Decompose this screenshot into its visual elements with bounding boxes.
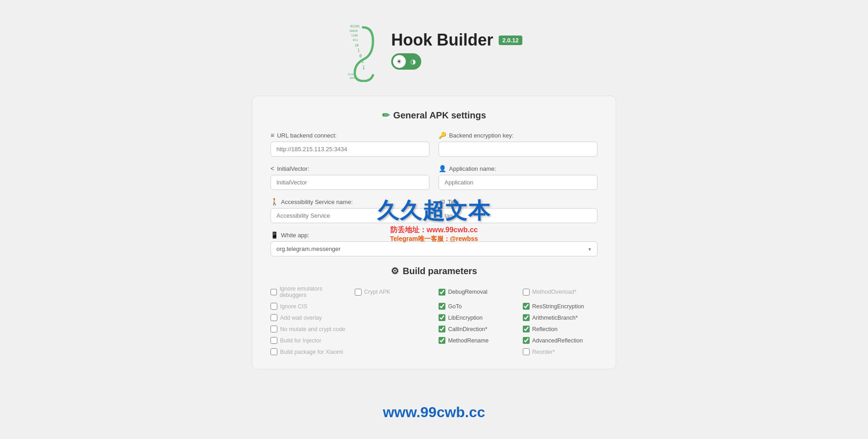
url-label: ≡ URL backend connect:	[271, 132, 429, 139]
checkbox-method-rename[interactable]: MethodRename	[439, 337, 514, 344]
checkbox-input-no-mutate[interactable]	[271, 326, 277, 332]
title-area: Hook Builder 2.0.12 ☀ ◑	[391, 31, 522, 70]
checkbox-arithmetic-branch[interactable]: ArithmeticBranch*	[523, 314, 598, 321]
checkbox-debug-removal[interactable]: DebugRemoval	[439, 286, 514, 298]
checkbox-input-advanced-reflection[interactable]	[523, 337, 530, 344]
accessibility-icon: 🚶	[271, 198, 278, 205]
url-encryption-row: ≡ URL backend connect: 🔑 Backend encrypt…	[271, 132, 597, 157]
white-app-group: 📱 White app: org.telegram.messenger	[271, 231, 597, 256]
url-icon: ≡	[271, 132, 274, 139]
checkbox-label-build-xiaomi: Build package for Xiaomi	[280, 349, 343, 355]
checkbox-crypt-apk[interactable]: Crypt APK	[355, 286, 430, 298]
accessibility-group: 🚶 Accessibility Service name:	[271, 198, 429, 223]
svg-text:10: 10	[355, 44, 358, 47]
checkbox-label-build-injector: Build for Injector	[280, 337, 321, 344]
white-app-label: 📱 White app:	[271, 231, 597, 239]
checkbox-label-lib-encryption: LibEncryption	[448, 315, 483, 321]
pencil-icon: ✏	[382, 110, 390, 121]
svg-text:1: 1	[357, 49, 360, 53]
accessibility-input[interactable]	[271, 208, 429, 223]
checkbox-advanced-reflection[interactable]: AdvancedReflection	[523, 337, 598, 344]
checkbox-res-string[interactable]: ResStringEncryption	[523, 303, 598, 310]
checkbox-input-reflection[interactable]	[523, 326, 530, 332]
checkbox-ignore-cis[interactable]: Ignore CIS	[271, 303, 346, 310]
theme-toggle[interactable]: ☀ ◑	[391, 53, 421, 70]
white-app-select[interactable]: org.telegram.messenger	[271, 241, 597, 256]
tag-label: 🏷 Tag:	[439, 198, 597, 205]
header: 01101 10010 1100 011 10 1 0 1 1 0110 100…	[346, 0, 522, 91]
checkbox-label-crypt-apk: Crypt APK	[364, 289, 391, 295]
checkbox-input-reorder[interactable]	[523, 348, 530, 355]
accessibility-label: 🚶 Accessibility Service name:	[271, 198, 429, 205]
checkbox-label-no-mutate: No mutate and crypt code	[280, 326, 345, 332]
checkbox-input-ignore-cis[interactable]	[271, 303, 277, 310]
iv-icon: <	[271, 165, 274, 172]
checkbox-input-build-xiaomi[interactable]	[271, 348, 277, 355]
appname-group: 👤 Application name:	[439, 165, 597, 190]
encryption-label: 🔑 Backend encryption key:	[439, 132, 597, 139]
checkbox-goto[interactable]: GoTo	[439, 303, 514, 310]
appname-label: 👤 Application name:	[439, 165, 597, 172]
checkbox-no-mutate[interactable]: No mutate and crypt code	[271, 326, 346, 332]
svg-text:0110: 0110	[348, 73, 353, 76]
white-app-icon: 📱	[271, 231, 278, 239]
checkbox-label-ignore-emulators: Ignore emulators debuggers	[280, 286, 346, 298]
hook-logo: 01101 10010 1100 011 10 1 0 1 1 0110 100…	[346, 18, 382, 82]
app-title: Hook Builder 2.0.12	[391, 31, 522, 50]
checkbox-input-res-string[interactable]	[523, 303, 530, 310]
svg-text:1001: 1001	[349, 77, 355, 79]
checkbox-input-goto[interactable]	[439, 303, 445, 310]
checkbox-input-arithmetic-branch[interactable]	[523, 314, 530, 321]
light-theme-button[interactable]: ☀	[393, 55, 406, 68]
main-card: ✏ General APK settings ≡ URL backend con…	[252, 96, 616, 369]
checkbox-ignore-emulators[interactable]: Ignore emulators debuggers	[271, 286, 346, 298]
checkbox-add-wait[interactable]: Add wait overlay	[271, 314, 346, 321]
checkbox-label-res-string: ResStringEncryption	[532, 303, 584, 310]
checkbox-reorder[interactable]: Reorder*	[523, 348, 598, 355]
checkbox-input-add-wait[interactable]	[271, 314, 277, 321]
url-input[interactable]	[271, 142, 429, 157]
tag-group: 🏷 Tag:	[439, 198, 597, 223]
dark-theme-button[interactable]: ◑	[407, 55, 419, 68]
checkbox-label-reorder: Reorder*	[532, 349, 555, 355]
encryption-input[interactable]	[439, 142, 597, 157]
checkbox-input-ignore-emulators[interactable]	[271, 289, 277, 296]
svg-text:1: 1	[362, 65, 365, 71]
app-name-input[interactable]	[439, 175, 597, 190]
checkbox-input-crypt-apk[interactable]	[355, 289, 362, 296]
encryption-group: 🔑 Backend encryption key:	[439, 132, 597, 157]
checkboxes-grid: Ignore emulators debuggers Crypt APK Deb…	[271, 286, 597, 355]
svg-text:011: 011	[353, 38, 358, 41]
url-group: ≡ URL backend connect:	[271, 132, 429, 157]
svg-text:01101: 01101	[350, 25, 360, 28]
checkbox-label-ignore-cis: Ignore CIS	[280, 303, 307, 310]
checkbox-label-add-wait: Add wait overlay	[280, 315, 322, 321]
checkbox-label-debug-removal: DebugRemoval	[448, 289, 487, 295]
checkbox-method-overload[interactable]: MethodOverload*	[523, 286, 598, 298]
checkbox-input-method-overload[interactable]	[523, 289, 530, 296]
svg-text:10010: 10010	[349, 29, 357, 32]
logo-area: 01101 10010 1100 011 10 1 0 1 1 0110 100…	[346, 18, 522, 82]
version-badge: 2.0.12	[499, 36, 522, 45]
checkbox-label-reflection: Reflection	[532, 326, 558, 332]
checkbox-label-method-rename: MethodRename	[448, 337, 489, 344]
svg-text:0: 0	[359, 54, 362, 58]
checkbox-input-callin-direction[interactable]	[439, 326, 445, 332]
checkbox-lib-encryption[interactable]: LibEncryption	[439, 314, 514, 321]
checkbox-input-debug-removal[interactable]	[439, 289, 445, 296]
checkbox-input-lib-encryption[interactable]	[439, 314, 445, 321]
general-section-title: ✏ General APK settings	[271, 110, 597, 121]
checkbox-build-injector[interactable]: Build for Injector	[271, 337, 346, 344]
checkbox-label-arithmetic-branch: ArithmeticBranch*	[532, 315, 578, 321]
checkbox-label-advanced-reflection: AdvancedReflection	[532, 337, 583, 344]
tag-input[interactable]	[439, 208, 597, 223]
checkbox-input-build-injector[interactable]	[271, 337, 277, 344]
checkbox-input-method-rename[interactable]	[439, 337, 445, 344]
key-icon: 🔑	[439, 132, 446, 139]
initial-vector-input[interactable]	[271, 175, 429, 190]
checkbox-build-xiaomi[interactable]: Build package for Xiaomi	[271, 348, 346, 355]
checkbox-reflection[interactable]: Reflection	[523, 326, 598, 332]
checkbox-label-callin-direction: CallInDirection*	[448, 326, 487, 332]
checkbox-callin-direction[interactable]: CallInDirection*	[439, 326, 514, 332]
iv-appname-row: < InitialVector: 👤 Application name:	[271, 165, 597, 190]
